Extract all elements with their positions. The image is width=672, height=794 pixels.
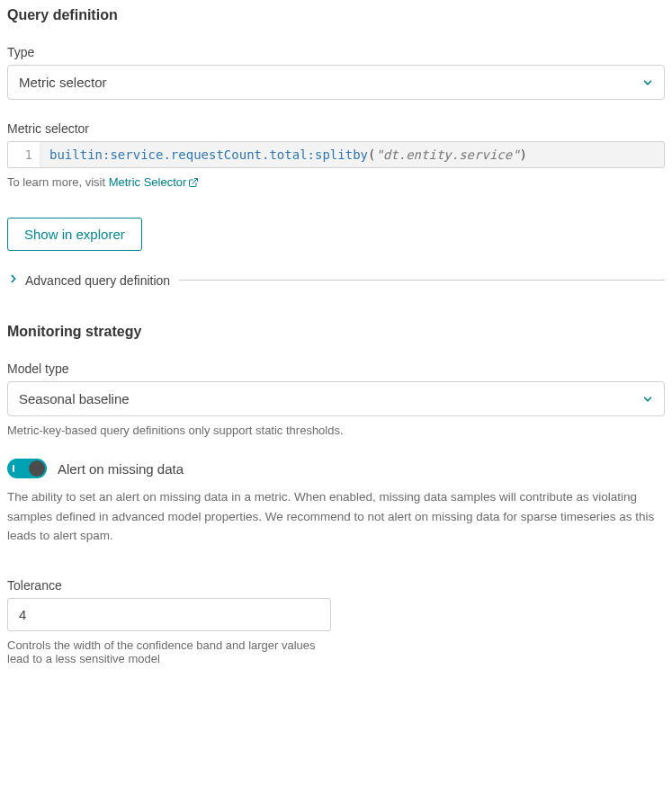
type-label: Type xyxy=(7,45,665,59)
model-type-label: Model type xyxy=(7,361,665,376)
alert-missing-data-toggle[interactable] xyxy=(7,459,47,478)
toggle-knob xyxy=(29,460,45,477)
external-link-icon xyxy=(188,177,199,191)
metric-selector-label: Metric selector xyxy=(7,121,665,136)
model-type-note: Metric-key-based query definitions only … xyxy=(7,424,665,437)
alert-missing-data-description: The ability to set an alert on missing d… xyxy=(7,487,655,546)
alert-missing-data-label: Alert on missing data xyxy=(58,461,184,477)
tolerance-input[interactable] xyxy=(7,598,331,631)
divider xyxy=(179,280,665,281)
svg-line-0 xyxy=(193,179,198,184)
monitoring-strategy-heading: Monitoring strategy xyxy=(7,324,665,340)
tolerance-help: Controls the width of the confidence ban… xyxy=(7,638,331,665)
code-arg: "dt.entity.service" xyxy=(375,147,519,162)
selector-help: To learn more, visit Metric Selector xyxy=(7,175,665,191)
tolerance-label: Tolerance xyxy=(7,578,665,593)
toggle-on-indicator xyxy=(13,465,14,472)
editor-line[interactable]: builtin:service.requestCount.total:split… xyxy=(40,142,664,167)
help-prefix: To learn more, visit xyxy=(7,175,109,189)
type-select[interactable]: Metric selector xyxy=(7,65,665,100)
model-type-value: Seasonal baseline xyxy=(19,391,130,406)
chevron-right-icon xyxy=(7,272,20,288)
metric-selector-editor[interactable]: 1 builtin:service.requestCount.total:spl… xyxy=(7,141,665,168)
show-in-explorer-button[interactable]: Show in explorer xyxy=(7,218,142,251)
advanced-query-label: Advanced query definition xyxy=(25,273,170,288)
type-select-value: Metric selector xyxy=(19,75,107,90)
metric-selector-link[interactable]: Metric Selector xyxy=(109,175,200,189)
query-definition-heading: Query definition xyxy=(7,7,665,23)
model-type-select[interactable]: Seasonal baseline xyxy=(7,381,665,416)
code-selector: builtin:service.requestCount.total:split… xyxy=(49,147,368,162)
editor-gutter: 1 xyxy=(8,142,40,167)
advanced-query-toggle[interactable]: Advanced query definition xyxy=(7,272,170,288)
code-close-paren: ) xyxy=(520,147,527,162)
